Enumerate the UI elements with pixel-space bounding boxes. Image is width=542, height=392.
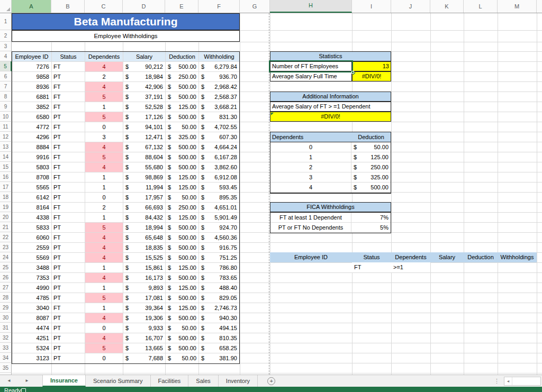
table-row[interactable]: 6060FT4$65,648$500.00$4,560.36	[12, 233, 239, 243]
withholding-cell[interactable]: $607.30	[199, 132, 239, 142]
table-row[interactable]: 7276FT4$90,212$500.00$6,279.84	[12, 62, 239, 72]
employee-id-cell[interactable]: 8936	[12, 82, 52, 92]
row-header-32[interactable]: 32	[0, 333, 12, 343]
table-row[interactable]: 4785PT5$17,081$500.00$829.05	[12, 293, 239, 303]
list-item[interactable]: FT at least 1 Dependent7%	[270, 213, 391, 223]
fica-label-cell[interactable]: PT or FT No Dependents	[270, 223, 351, 233]
list-item[interactable]: 0$50.00	[270, 142, 391, 152]
deduction-cell[interactable]: $50.00	[166, 122, 199, 132]
table-row[interactable]: 4474PT0$9,933$50.00$494.15	[12, 323, 239, 333]
salary-cell[interactable]: $16,707	[123, 333, 166, 343]
select-all-corner[interactable]	[0, 0, 12, 13]
row-header-8[interactable]: 8	[0, 92, 12, 102]
dependents-cell[interactable]: 0	[85, 353, 123, 363]
employee-id-cell[interactable]: 7276	[12, 62, 52, 72]
scroll-left-icon[interactable]: ◄	[504, 377, 512, 385]
employee-id-cell[interactable]: 4296	[12, 132, 52, 142]
table-row[interactable]: 5803FT4$55,680$500.00$3,862.60	[12, 162, 239, 172]
deduction-cell[interactable]: $500.00	[166, 313, 199, 323]
deduction-cell[interactable]: $500.00	[166, 142, 199, 152]
dependents-value-cell[interactable]: 4	[270, 183, 351, 193]
column-header-H[interactable]: H	[270, 0, 352, 13]
table-row[interactable]: 6580PT5$17,126$500.00$831.30	[12, 112, 239, 122]
row-header-9[interactable]: 9	[0, 102, 12, 112]
dependents-cell[interactable]: 1	[85, 303, 123, 313]
status-cell[interactable]: FT	[52, 172, 85, 183]
tab-insurance[interactable]: Insurance	[42, 375, 86, 387]
table-row[interactable]: 4772FT0$94,101$50.00$4,702.55	[12, 122, 239, 132]
salary-cell[interactable]: $52,528	[123, 102, 166, 112]
salary-cell[interactable]: $84,432	[123, 213, 166, 223]
status-cell[interactable]: PT	[52, 313, 85, 323]
row-header-13[interactable]: 13	[0, 142, 12, 152]
table-row[interactable]: 8884FT4$67,132$500.00$4,664.24	[12, 142, 239, 152]
salary-cell[interactable]: $66,693	[123, 203, 166, 213]
status-cell[interactable]: PT	[52, 223, 85, 233]
dependents-cell[interactable]: 4	[85, 142, 123, 152]
row-header-28[interactable]: 28	[0, 293, 12, 303]
status-cell[interactable]: PT	[52, 293, 85, 303]
salary-cell[interactable]: $17,126	[123, 112, 166, 122]
deduction-cell[interactable]: $500.00	[166, 333, 199, 343]
status-cell[interactable]: FT	[52, 92, 85, 102]
withholding-cell[interactable]: $4,702.55	[199, 122, 239, 132]
table-row[interactable]: 9916FT5$88,604$500.00$6,167.28	[12, 152, 239, 162]
employee-id-cell[interactable]: 6060	[12, 233, 52, 243]
stat-value-ft-employees[interactable]: 13	[352, 61, 391, 71]
deduction-cell[interactable]: $125.00	[166, 303, 199, 313]
dependents-value-cell[interactable]: 2	[270, 162, 351, 172]
employee-id-cell[interactable]: 3852	[12, 102, 52, 112]
employee-header-2[interactable]: Dependents	[85, 52, 123, 62]
salary-cell[interactable]: $15,525	[123, 253, 166, 263]
deduction-cell[interactable]: $500.00	[166, 243, 199, 253]
column-header-B[interactable]: B	[51, 0, 85, 13]
table-row[interactable]: 5324PT5$13,665$500.00$658.25	[12, 343, 239, 353]
row-header-24[interactable]: 24	[0, 252, 12, 262]
row-header-3[interactable]: 3	[0, 42, 12, 51]
withholding-cell[interactable]: $829.05	[199, 293, 239, 303]
deduction-cell[interactable]: $50.00	[166, 353, 199, 363]
employee-header-1[interactable]: Status	[52, 52, 85, 62]
title-banner[interactable]: Beta Manufacturing	[12, 13, 240, 30]
table-row[interactable]: 3123PT0$7,688$50.00$381.90	[12, 353, 239, 363]
withholding-cell[interactable]: $2,746.73	[199, 303, 239, 313]
table-row[interactable]: 4296PT3$12,471$325.00$607.30	[12, 132, 239, 142]
dependents-cell[interactable]: 4	[85, 333, 123, 343]
deduction-header-deduction[interactable]: Deduction	[351, 132, 391, 142]
withholding-cell[interactable]: $895.35	[199, 193, 239, 203]
scrollbar-track[interactable]	[512, 377, 540, 385]
employee-id-cell[interactable]: 4474	[12, 323, 52, 333]
dependents-cell[interactable]: 4	[85, 273, 123, 283]
dependents-cell[interactable]: 2	[85, 203, 123, 213]
employee-header-5[interactable]: Withholding	[199, 52, 239, 62]
table-row[interactable]: 9858PT2$18,984$250.00$936.70	[12, 72, 239, 82]
employee-id-cell[interactable]: 4785	[12, 293, 52, 303]
status-cell[interactable]: PT	[52, 273, 85, 283]
criteria-header-4[interactable]: Deduction	[464, 252, 498, 262]
criteria-header-5[interactable]: Withholdings	[498, 252, 537, 262]
next-sheet-icon[interactable]: ►	[18, 375, 36, 387]
salary-cell[interactable]: $39,364	[123, 303, 166, 313]
withholding-cell[interactable]: $936.70	[199, 72, 239, 82]
deduction-cell[interactable]: $50.00	[166, 193, 199, 203]
dependents-cell[interactable]: 1	[85, 172, 123, 183]
status-cell[interactable]: PT	[52, 243, 85, 253]
salary-cell[interactable]: $16,173	[123, 273, 166, 283]
row-header-16[interactable]: 16	[0, 172, 12, 182]
row-header-18[interactable]: 18	[0, 192, 12, 202]
list-item[interactable]: 1$125.00	[270, 152, 391, 162]
stat-label-avg-salary[interactable]: Average Salary Full Time	[270, 71, 352, 81]
dependents-cell[interactable]: 4	[85, 243, 123, 253]
withholding-cell[interactable]: $940.30	[199, 313, 239, 323]
deduction-cell[interactable]: $125.00	[166, 102, 199, 112]
prev-sheet-icon[interactable]: ◄	[0, 375, 18, 387]
row-header-15[interactable]: 15	[0, 162, 12, 172]
dependents-cell[interactable]: 4	[85, 82, 123, 92]
table-row[interactable]: 7353PT4$16,173$500.00$783.65	[12, 273, 239, 283]
salary-cell[interactable]: $7,688	[123, 353, 166, 363]
salary-cell[interactable]: $18,835	[123, 243, 166, 253]
dependents-cell[interactable]: 1	[85, 102, 123, 112]
salary-cell[interactable]: $55,680	[123, 162, 166, 172]
dependents-cell[interactable]: 5	[85, 343, 123, 353]
horizontal-scrollbar[interactable]: ◄	[504, 377, 541, 386]
